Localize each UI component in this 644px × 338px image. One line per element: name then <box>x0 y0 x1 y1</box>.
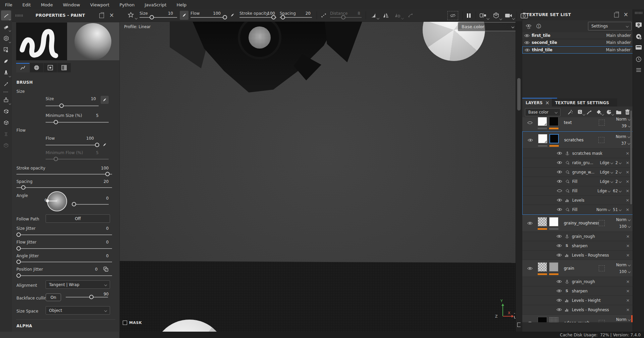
remove-effect-icon[interactable]: × <box>624 298 632 303</box>
smart-material-wand-icon[interactable] <box>567 109 574 115</box>
flow-jitter-value[interactable]: 0 <box>92 240 109 245</box>
menu-edit[interactable]: Edit <box>17 2 36 7</box>
effect-opacity-select[interactable]: 51 <box>613 207 621 212</box>
visibility-eye-icon[interactable] <box>527 221 533 225</box>
float-panel-icon[interactable] <box>614 13 619 17</box>
layer-thumbnail-grain[interactable] <box>549 262 558 272</box>
size-jitter-value[interactable]: 0 <box>92 226 109 231</box>
effect-row[interactable]: Levels× <box>523 196 633 205</box>
dock-splitter[interactable] <box>516 21 522 332</box>
eraser-tool[interactable] <box>1 22 11 32</box>
blend-mode-select[interactable]: Norm <box>616 317 630 322</box>
camera-icon[interactable] <box>503 12 514 19</box>
min-size-value[interactable]: 5 <box>82 113 99 118</box>
visibility-eye-icon[interactable] <box>556 280 562 283</box>
visibility-eye-icon[interactable] <box>557 151 562 155</box>
opacity-select[interactable]: 39 <box>622 124 630 128</box>
stencil-star-icon[interactable] <box>126 11 136 20</box>
effect-opacity-select[interactable]: 2 <box>615 179 621 184</box>
history-icon[interactable] <box>635 56 642 62</box>
split-view-icon[interactable] <box>478 12 488 19</box>
log-list-icon[interactable] <box>635 68 642 72</box>
effect-blend-select[interactable]: Ldge <box>597 189 610 193</box>
backface-culling-slider[interactable] <box>66 295 108 299</box>
size-pressure-pen-icon[interactable] <box>101 96 109 104</box>
effect-row[interactable]: grain_rough× <box>522 277 633 286</box>
menu-help[interactable]: Help <box>171 2 192 7</box>
hourglass-tool[interactable] <box>1 129 11 139</box>
eye-solo-icon[interactable]: 1 <box>535 23 542 29</box>
symmetry-icon[interactable] <box>382 12 390 19</box>
visibility-eye-icon[interactable] <box>527 321 533 323</box>
tab-brush[interactable] <box>16 63 30 72</box>
layer-thumbnail-white-fill[interactable] <box>538 117 547 126</box>
apply-material-tool[interactable] <box>1 106 11 116</box>
tb-stroke-opacity-slider[interactable] <box>239 15 276 20</box>
tb-spacing-slider[interactable] <box>280 15 312 20</box>
tb-flow-pen-icon[interactable] <box>229 11 236 19</box>
tab-close-icon[interactable]: × <box>545 100 550 106</box>
menu-file[interactable]: File <box>0 2 17 7</box>
panel-grip-icon[interactable] <box>15 14 23 17</box>
layer-row[interactable]: textNorm39 <box>522 117 633 131</box>
backface-culling-toggle[interactable]: On <box>46 293 61 301</box>
alignment-dropdown[interactable]: Tangent | Wrap <box>46 280 110 289</box>
float-panel-icon[interactable] <box>99 13 104 18</box>
texture-set-row[interactable]: third_tileMain shader <box>522 46 633 54</box>
stroke-opacity-value[interactable]: 100 <box>89 166 109 171</box>
spacing-value[interactable]: 20 <box>92 179 109 184</box>
visibility-eye-icon[interactable] <box>557 198 562 202</box>
tb-flow-slider[interactable] <box>191 15 227 20</box>
blend-mode-select[interactable]: Norm <box>616 117 630 122</box>
clone-tool[interactable] <box>1 67 11 77</box>
smart-mask-icon[interactable] <box>605 109 613 115</box>
texture-set-shader[interactable]: Main shader <box>606 33 631 38</box>
effect-row[interactable]: grunge_w...Ldge2× <box>523 167 633 177</box>
polygon-fill-tool[interactable] <box>1 45 11 55</box>
tab-texture-set-settings[interactable]: TEXTURE SET SETTINGS <box>552 98 617 107</box>
blend-mode-select[interactable]: Norm <box>616 134 630 139</box>
effect-row[interactable]: Levels - Roughness× <box>522 305 633 315</box>
add-folder-icon[interactable] <box>615 109 622 115</box>
texture-set-settings-icon[interactable] <box>635 45 642 50</box>
blend-mode-select[interactable]: Norm <box>616 263 630 267</box>
delete-layer-icon[interactable] <box>624 109 631 115</box>
stroke-opacity-slider[interactable] <box>16 172 112 177</box>
remove-effect-icon[interactable]: × <box>624 234 632 239</box>
visibility-eye-icon[interactable] <box>528 138 533 142</box>
remove-effect-icon[interactable]: × <box>624 279 632 284</box>
paint-tool[interactable] <box>1 10 11 20</box>
falloff-curve-icon[interactable] <box>369 12 378 19</box>
angle-value[interactable]: 0 <box>92 196 109 201</box>
effect-row[interactable]: Levels - Roughness× <box>522 251 633 260</box>
visibility-eye-icon[interactable] <box>556 234 562 238</box>
visibility-eye-icon[interactable] <box>557 180 562 183</box>
view-3d-icon[interactable] <box>491 11 501 19</box>
visibility-eye-icon[interactable] <box>524 34 530 38</box>
size-jitter-slider[interactable] <box>16 232 112 237</box>
texture-set-row[interactable]: second_tileMain shader <box>522 39 633 46</box>
layer-row[interactable]: grainy_roughnessNorm100 <box>522 215 633 232</box>
min-size-slider[interactable] <box>46 120 109 125</box>
remove-effect-icon[interactable]: × <box>624 243 632 248</box>
opacity-select[interactable]: 100 <box>619 224 630 229</box>
effect-blend-select[interactable]: Ldge <box>600 179 613 184</box>
hidden-eye-icon[interactable] <box>527 121 533 125</box>
layer-thumbnail-black-fill[interactable] <box>538 317 547 322</box>
hidden-eye-icon[interactable] <box>557 189 562 193</box>
effect-row[interactable]: FillLdge62× <box>523 186 633 196</box>
remove-effect-icon[interactable]: × <box>624 207 631 212</box>
angle-jitter-slider[interactable] <box>16 260 112 264</box>
angle-slider[interactable] <box>72 202 109 207</box>
remove-effect-icon[interactable]: × <box>624 253 632 258</box>
flow-pressure-pen-icon[interactable] <box>101 141 109 149</box>
export-tool[interactable] <box>1 95 11 105</box>
add-effect-icon[interactable] <box>576 109 584 115</box>
close-panel-icon[interactable]: × <box>109 13 114 17</box>
layer-row[interactable]: grainNorm100 <box>522 260 633 277</box>
tb-size-slider[interactable] <box>140 15 177 20</box>
shader-settings-icon[interactable] <box>635 33 642 40</box>
fill-layer-icon[interactable] <box>595 109 603 115</box>
spacing-slider[interactable] <box>16 185 112 190</box>
visibility-eye-icon[interactable] <box>556 289 562 293</box>
